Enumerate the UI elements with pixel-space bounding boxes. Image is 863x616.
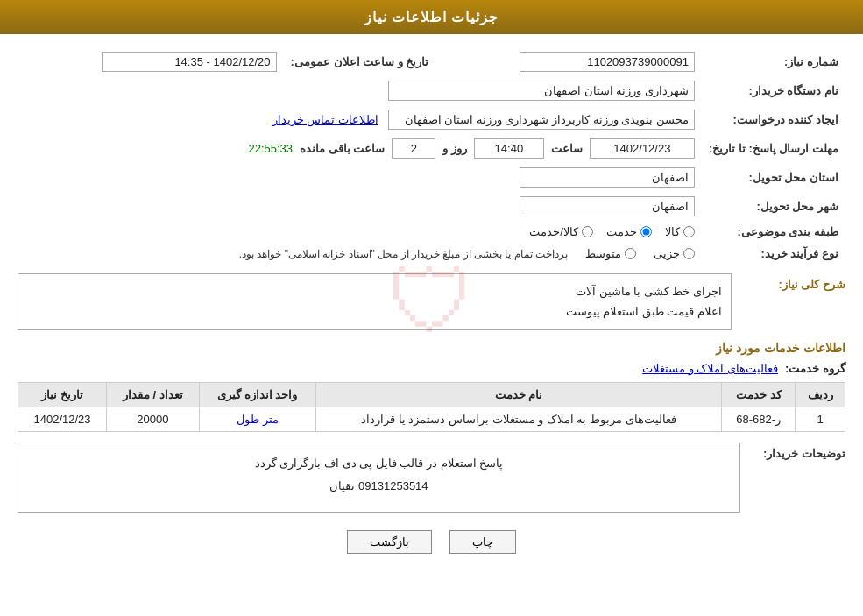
cell-name: فعالیت‌های مربوط به املاک و مستغلات براس… <box>315 407 721 431</box>
need-desc-title: شرح کلی نیاز: <box>778 278 845 291</box>
buyer-notes-label: توضیحات خریدار: <box>740 443 845 460</box>
cat-both-item: کالا/خدمت <box>529 225 593 238</box>
cat-both-label: کالا/خدمت <box>529 225 578 238</box>
page-title: جزئیات اطلاعات نیاز <box>364 10 499 25</box>
creator-value: محسن بنویدی ورزنه کاربرداز شهرداری ورزنه… <box>388 110 695 130</box>
col-quantity: تعداد / مقدار <box>107 382 200 407</box>
reply-remaining: 22:55:33 <box>248 142 293 155</box>
need-description-box: اجرای خط کشی با ماشین آلات اعلام قیمت طب… <box>18 273 732 330</box>
need-desc-line2: اعلام قیمت طبق استعلام پیوست <box>27 301 722 322</box>
process-part-label: جزیی <box>654 247 680 260</box>
group-label: گروه خدمت: <box>785 362 845 375</box>
table-row: 1 ر-682-68 فعالیت‌های مربوط به املاک و م… <box>18 407 845 431</box>
city-label: شهر محل تحویل: <box>702 192 845 221</box>
reply-time-label: ساعت <box>551 142 583 155</box>
process-medium-item: متوسط <box>585 247 636 260</box>
cat-service-label: خدمت <box>606 225 637 238</box>
process-part-item: جزیی <box>654 247 695 260</box>
process-note: پرداخت تمام یا بخشی از مبلغ خریدار از مح… <box>239 248 568 260</box>
page-header: جزئیات اطلاعات نیاز <box>0 0 863 34</box>
print-button[interactable]: چاپ <box>449 530 516 554</box>
buttons-row: چاپ بازگشت <box>18 530 845 554</box>
reply-days-label: روز و <box>442 142 467 155</box>
province-label: استان محل تحویل: <box>702 163 845 192</box>
cat-service-radio[interactable] <box>640 226 652 237</box>
buyer-notes-line1: پاسخ استعلام در قالب فایل پی دی اف بارگز… <box>27 452 731 475</box>
services-table: ردیف کد خدمت نام خدمت واحد اندازه گیری ت… <box>18 382 845 432</box>
announce-date-label: تاریخ و ساعت اعلان عمومی: <box>284 47 436 76</box>
reply-remaining-label: ساعت باقی مانده <box>300 142 385 155</box>
col-unit: واحد اندازه گیری <box>199 382 315 407</box>
col-row-num: ردیف <box>796 382 845 407</box>
province-value: اصفهان <box>520 167 695 188</box>
reply-time: 14:40 <box>474 138 544 159</box>
cat-good-item: کالا <box>665 225 695 238</box>
col-date: تاریخ نیاز <box>18 382 107 407</box>
buyer-notes-line2: 09131253514 تقیان <box>27 475 731 498</box>
cell-row: 1 <box>796 407 845 431</box>
creator-link[interactable]: اطلاعات تماس خریدار <box>272 113 378 126</box>
info-table: شماره نیاز: 1102093739000091 تاریخ و ساع… <box>18 47 845 265</box>
cell-code: ر-682-68 <box>722 407 796 431</box>
services-title: اطلاعات خدمات مورد نیاز <box>18 341 845 355</box>
reply-deadline-label: مهلت ارسال پاسخ: تا تاریخ: <box>702 134 845 163</box>
cell-unit: متر طول <box>199 407 315 431</box>
process-medium-radio[interactable] <box>625 248 636 259</box>
need-desc-line1: اجرای خط کشی با ماشین آلات <box>27 281 722 301</box>
col-service-name: نام خدمت <box>315 382 721 407</box>
creator-label: ایجاد کننده درخواست: <box>702 105 845 134</box>
cell-date: 1402/12/23 <box>18 407 107 431</box>
col-service-code: کد خدمت <box>722 382 796 407</box>
reply-days: 2 <box>392 138 435 159</box>
process-type-label: نوع فرآیند خرید: <box>702 243 845 265</box>
cat-both-radio[interactable] <box>582 226 593 237</box>
buyer-notes-box: پاسخ استعلام در قالب فایل پی دی اف بارگز… <box>18 443 740 513</box>
process-part-radio[interactable] <box>683 248 695 259</box>
need-number-label: شماره نیاز: <box>702 47 845 76</box>
process-medium-label: متوسط <box>585 247 621 260</box>
buyer-org-label: نام دستگاه خریدار: <box>702 76 845 105</box>
cat-good-label: کالا <box>665 225 680 238</box>
group-value[interactable]: فعالیت‌های املاک و مستغلات <box>642 362 778 375</box>
announce-date-value: 1402/12/20 - 14:35 <box>102 52 277 72</box>
buyer-org-value: شهرداری ورزنه استان اصفهان <box>388 81 695 101</box>
cell-quantity: 20000 <box>107 407 200 431</box>
back-button[interactable]: بازگشت <box>347 530 432 554</box>
cat-service-item: خدمت <box>606 225 652 238</box>
need-number-value: 1102093739000091 <box>520 52 695 72</box>
city-value: اصفهان <box>520 196 695 216</box>
reply-date: 1402/12/23 <box>590 138 695 159</box>
cat-good-radio[interactable] <box>683 226 695 237</box>
category-label: طبقه بندی موضوعی: <box>702 221 845 243</box>
